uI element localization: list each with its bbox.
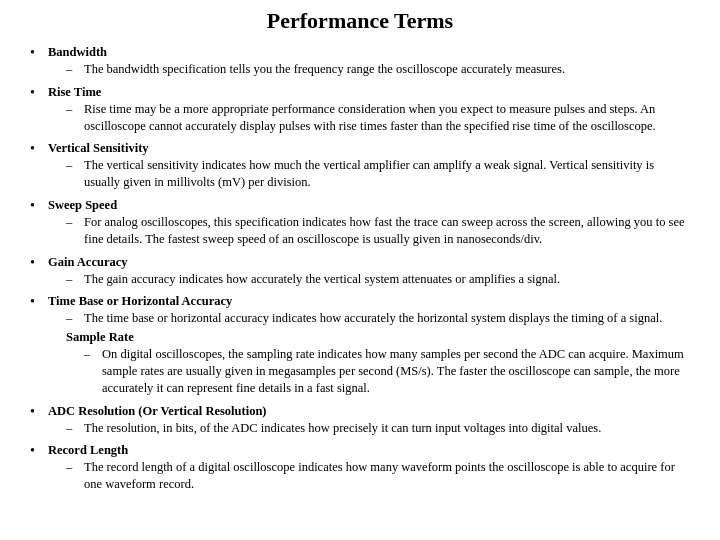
dash-line: – The time base or horizontal accuracy i… [66, 310, 690, 327]
dash-line: – The vertical sensitivity indicates how… [66, 157, 690, 191]
term-description: The vertical sensitivity indicates how m… [84, 157, 690, 191]
term-name: Time Base or Horizontal Accuracy [48, 294, 232, 308]
list-item: • Gain Accuracy – The gain accuracy indi… [30, 254, 690, 290]
sample-rate-description: On digital oscilloscopes, the sampling r… [102, 346, 690, 397]
content-area: • Bandwidth – The bandwidth specificatio… [30, 44, 690, 495]
term-name: Bandwidth [48, 45, 107, 59]
term-description: The gain accuracy indicates how accurate… [84, 271, 690, 288]
dash-line: – The bandwidth specification tells you … [66, 61, 690, 78]
term-block-bandwidth: Bandwidth – The bandwidth specification … [48, 44, 690, 80]
dash-symbol: – [66, 420, 84, 437]
term-name: Gain Accuracy [48, 255, 128, 269]
term-description: The time base or horizontal accuracy ind… [84, 310, 690, 327]
dash-line: – The gain accuracy indicates how accura… [66, 271, 690, 288]
bullet-point: • [30, 197, 48, 216]
term-description: Rise time may be a more appropriate perf… [84, 101, 690, 135]
sample-rate-section: Sample Rate – On digital oscilloscopes, … [66, 329, 690, 397]
dash-line: – Rise time may be a more appropriate pe… [66, 101, 690, 135]
term-name: ADC Resolution (Or Vertical Resolution) [48, 404, 267, 418]
list-item: • Record Length – The record length of a… [30, 442, 690, 495]
dash-symbol: – [66, 214, 84, 231]
bullet-point: • [30, 293, 48, 312]
bullet-point: • [30, 140, 48, 159]
term-name: Rise Time [48, 85, 101, 99]
dash-line: – The resolution, in bits, of the ADC in… [66, 420, 690, 437]
dash-symbol: – [66, 459, 84, 476]
term-block-sweepspeed: Sweep Speed – For analog oscilloscopes, … [48, 197, 690, 250]
dash-line: – For analog oscilloscopes, this specifi… [66, 214, 690, 248]
term-block-adc: ADC Resolution (Or Vertical Resolution) … [48, 403, 690, 439]
bullet-point: • [30, 44, 48, 63]
term-description: For analog oscilloscopes, this specifica… [84, 214, 690, 248]
dash-symbol: – [66, 310, 84, 327]
list-item: • Vertical Sensitivity – The vertical se… [30, 140, 690, 193]
bullet-point: • [30, 442, 48, 461]
term-description: The bandwidth specification tells you th… [84, 61, 690, 78]
dash-symbol: – [84, 346, 102, 363]
dash-line: – On digital oscilloscopes, the sampling… [84, 346, 690, 397]
term-block-vsensitivity: Vertical Sensitivity – The vertical sens… [48, 140, 690, 193]
term-description: The record length of a digital oscillosc… [84, 459, 690, 493]
list-item: • Sweep Speed – For analog oscilloscopes… [30, 197, 690, 250]
term-block-timebase: Time Base or Horizontal Accuracy – The t… [48, 293, 690, 398]
term-name: Vertical Sensitivity [48, 141, 149, 155]
bullet-point: • [30, 403, 48, 422]
term-block-risetime: Rise Time – Rise time may be a more appr… [48, 84, 690, 137]
dash-symbol: – [66, 101, 84, 118]
dash-symbol: – [66, 61, 84, 78]
list-item: • Time Base or Horizontal Accuracy – The… [30, 293, 690, 398]
list-item: • Rise Time – Rise time may be a more ap… [30, 84, 690, 137]
page-title: Performance Terms [30, 8, 690, 34]
dash-symbol: – [66, 271, 84, 288]
sample-rate-label: Sample Rate [66, 330, 134, 344]
bullet-point: • [30, 84, 48, 103]
page: Performance Terms • Bandwidth – The band… [0, 0, 720, 540]
dash-line: – The record length of a digital oscillo… [66, 459, 690, 493]
term-name: Sweep Speed [48, 198, 117, 212]
term-block-gainaccuracy: Gain Accuracy – The gain accuracy indica… [48, 254, 690, 290]
term-description: The resolution, in bits, of the ADC indi… [84, 420, 690, 437]
bullet-point: • [30, 254, 48, 273]
term-block-recordlength: Record Length – The record length of a d… [48, 442, 690, 495]
list-item: • Bandwidth – The bandwidth specificatio… [30, 44, 690, 80]
list-item: • ADC Resolution (Or Vertical Resolution… [30, 403, 690, 439]
dash-symbol: – [66, 157, 84, 174]
term-name: Record Length [48, 443, 128, 457]
